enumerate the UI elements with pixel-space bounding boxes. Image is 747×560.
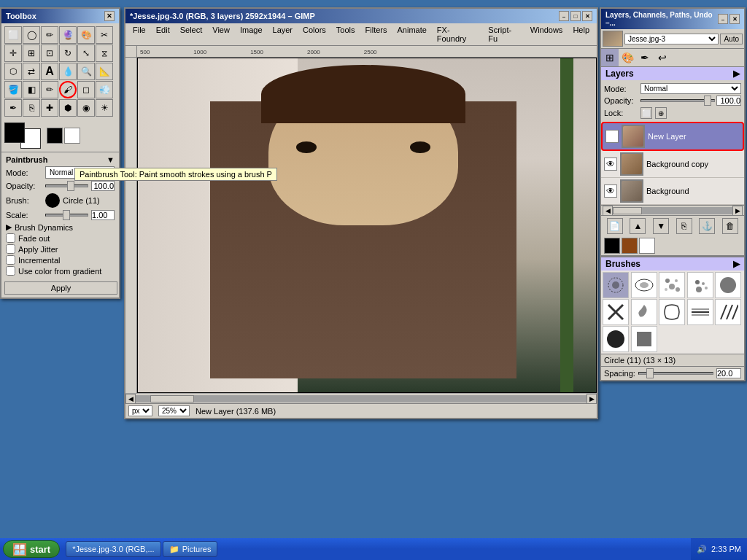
delete-layer-button[interactable]: 🗑 (722, 218, 738, 234)
ellipse-select-tool[interactable]: ◯ (23, 26, 40, 44)
perspective-tool[interactable]: ⬡ (4, 63, 22, 80)
text-tool[interactable]: A (41, 63, 58, 80)
white-swatch[interactable] (64, 128, 80, 144)
align-tool[interactable]: ⊞ (23, 44, 40, 62)
scissors-tool[interactable]: ✂ (96, 26, 113, 44)
pencil-tool[interactable]: ✏ (41, 81, 58, 98)
layer-scroll-left[interactable]: ◀ (603, 206, 613, 216)
brush-cell-1[interactable] (603, 272, 629, 298)
layer-scroll-right[interactable]: ▶ (732, 206, 743, 216)
lower-layer-button[interactable]: ▼ (653, 218, 669, 234)
layer-scroll-track[interactable] (613, 207, 732, 214)
layers-collapse-icon[interactable]: ▶ (733, 69, 740, 79)
scroll-thumb[interactable] (150, 395, 194, 402)
move-tool[interactable]: ✛ (4, 44, 22, 62)
auto-button[interactable]: Auto (720, 34, 743, 44)
layer-visibility-bg-copy[interactable]: 👁 (604, 158, 617, 171)
brush-cell-12[interactable] (631, 326, 657, 352)
layer-visibility-new[interactable]: 👁 (605, 130, 619, 143)
clone-tool[interactable]: ⎘ (23, 99, 40, 117)
layers-opacity-slider[interactable] (640, 99, 715, 102)
scale-input[interactable] (91, 210, 115, 220)
airbrush-tool[interactable]: 💨 (96, 81, 113, 98)
lock-pixels-icon[interactable]: ⬜ (640, 107, 652, 119)
tab-layers[interactable]: ⊞ (601, 49, 619, 66)
color-from-gradient-checkbox[interactable] (6, 266, 15, 276)
scroll-track[interactable] (136, 395, 587, 402)
scale-slider[interactable] (45, 214, 88, 217)
new-layer-button[interactable]: 📄 (607, 218, 623, 234)
layer-item-new-layer[interactable]: 👁 New Layer (601, 122, 744, 151)
layer-item-background-copy[interactable]: 👁 Background copy (601, 151, 744, 178)
menu-edit[interactable]: Edit (152, 25, 174, 44)
fuzzy-select-tool[interactable]: 🔮 (59, 26, 77, 44)
layer-scrollbar[interactable]: ◀ ▶ (601, 205, 744, 215)
layers-mode-select[interactable]: Normal (640, 83, 741, 94)
raise-layer-button[interactable]: ▲ (630, 218, 646, 234)
fade-out-checkbox[interactable] (6, 233, 15, 243)
brush-cell-9[interactable] (687, 299, 713, 325)
blend-tool[interactable]: ◧ (23, 81, 40, 98)
blur-tool[interactable]: ◉ (77, 99, 95, 117)
rect-select-tool[interactable]: ⬜ (4, 26, 22, 44)
brush-cell-5[interactable] (715, 272, 741, 298)
menu-layer[interactable]: Layer (268, 25, 298, 44)
tab-channels[interactable]: 🎨 (619, 49, 636, 66)
opacity-input[interactable] (91, 181, 115, 191)
menu-select[interactable]: Select (176, 25, 207, 44)
perspective-clone-tool[interactable]: ⬢ (59, 99, 77, 117)
layer-scroll-thumb[interactable] (613, 207, 642, 214)
crop-tool[interactable]: ⊡ (41, 44, 58, 62)
brush-cell-7[interactable] (631, 299, 657, 325)
shear-tool[interactable]: ⧖ (96, 44, 113, 62)
menu-file[interactable]: File (128, 25, 150, 44)
measure-tool[interactable]: 📐 (96, 63, 113, 80)
scroll-right-button[interactable]: ▶ (587, 394, 597, 404)
incremental-checkbox[interactable] (6, 255, 15, 265)
spacing-input[interactable] (716, 368, 741, 378)
brushes-collapse-icon[interactable]: ▶ (733, 259, 740, 269)
gimp-close-button[interactable]: ✕ (582, 11, 592, 21)
dodge-burn-tool[interactable]: ☀ (96, 99, 113, 117)
bucket-fill-tool[interactable]: 🪣 (4, 81, 22, 98)
spacing-slider[interactable] (638, 372, 713, 375)
rotate-tool[interactable]: ↻ (59, 44, 77, 62)
duplicate-layer-button[interactable]: ⎘ (676, 218, 692, 234)
black-color-swatch[interactable] (604, 238, 620, 254)
layer-item-background[interactable]: 👁 Background (601, 178, 744, 205)
menu-image[interactable]: Image (236, 25, 267, 44)
layers-panel-minimize[interactable]: – (718, 14, 728, 24)
layers-panel-close[interactable]: ✕ (729, 14, 740, 24)
eraser-tool[interactable]: ◻ (77, 81, 95, 98)
brush-cell-6[interactable] (603, 299, 629, 325)
menu-windows[interactable]: Windows (526, 25, 568, 44)
taskbar-item-pictures[interactable]: 📁 Pictures (163, 541, 218, 557)
gimp-maximize-button[interactable]: □ (570, 11, 581, 21)
black-swatch[interactable] (47, 128, 63, 144)
brush-cell-3[interactable] (659, 272, 685, 298)
ink-tool[interactable]: ✒ (4, 99, 22, 117)
layer-visibility-bg[interactable]: 👁 (604, 184, 617, 198)
brush-cell-10[interactable] (715, 299, 741, 325)
select-by-color-tool[interactable]: 🎨 (77, 26, 95, 44)
flip-tool[interactable]: ⇄ (23, 63, 40, 80)
brush-cell-4[interactable] (687, 272, 713, 298)
menu-colors[interactable]: Colors (298, 25, 330, 44)
paintbrush-collapse-icon[interactable]: ▼ (107, 155, 115, 164)
menu-script-fu[interactable]: Script-Fu (484, 25, 524, 44)
tab-undo[interactable]: ↩ (654, 49, 671, 66)
scale-tool[interactable]: ⤡ (77, 44, 95, 62)
image-select[interactable]: Jesse.jpg-3 (624, 34, 719, 44)
gimp-canvas[interactable] (125, 58, 597, 393)
color-picker-tool[interactable]: 💧 (59, 63, 77, 80)
menu-tools[interactable]: Tools (332, 25, 360, 44)
menu-help[interactable]: Help (568, 25, 594, 44)
unit-select[interactable]: px (128, 405, 152, 416)
gimp-minimize-button[interactable]: – (559, 11, 569, 21)
apply-button[interactable]: Apply (4, 281, 117, 295)
start-button[interactable]: 🪟 start (3, 540, 60, 558)
brush-cell-2[interactable] (631, 272, 657, 298)
lock-position-icon[interactable]: ⊕ (655, 107, 667, 119)
zoom-select[interactable]: 25% (158, 405, 190, 416)
menu-view[interactable]: View (208, 25, 234, 44)
